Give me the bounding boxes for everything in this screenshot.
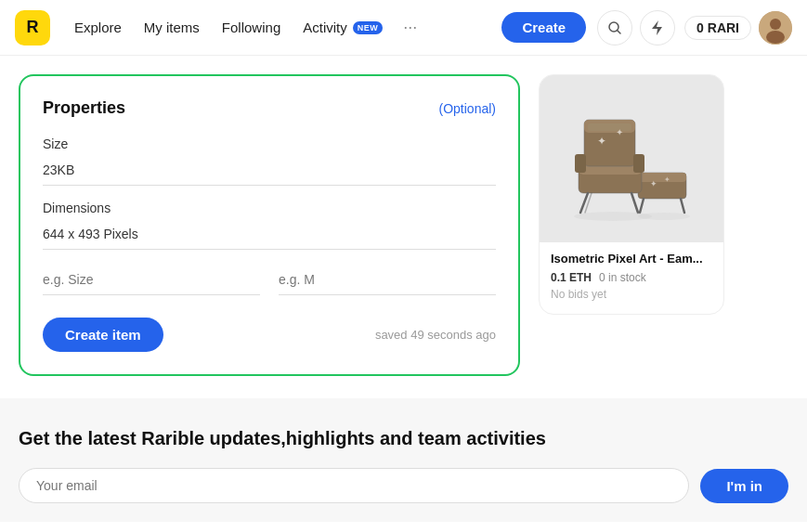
email-row: I'm in (19, 468, 788, 503)
chair-illustration: ✦ ✦ ✦ ✦ (562, 94, 701, 224)
subscribe-button[interactable]: I'm in (700, 469, 788, 503)
svg-rect-6 (638, 173, 686, 182)
dimensions-field: Dimensions 644 x 493 Pixels (43, 201, 496, 250)
svg-line-1 (618, 30, 621, 33)
create-item-button[interactable]: Create item (43, 318, 163, 352)
prop-value-col (279, 265, 496, 295)
email-input[interactable] (19, 468, 689, 503)
footer-section: Get the latest Rarible updates,highlight… (0, 398, 807, 522)
search-icon (607, 20, 622, 35)
svg-rect-18 (633, 154, 644, 173)
search-button[interactable] (597, 10, 632, 45)
nav-following[interactable]: Following (213, 14, 290, 41)
nft-meta: 0.1 ETH 0 in stock (551, 271, 712, 284)
svg-text:✦: ✦ (616, 127, 623, 137)
svg-rect-17 (575, 154, 586, 173)
create-button[interactable]: Create (501, 12, 586, 43)
size-value: 23KB (43, 155, 496, 186)
properties-card: Properties (Optional) Size 23KB Dimensio… (19, 74, 520, 376)
rari-wallet[interactable]: 0 RARI (684, 16, 751, 40)
svg-rect-13 (588, 123, 631, 131)
activity-badge: NEW (353, 21, 384, 34)
optional-label: (Optional) (439, 101, 496, 116)
svg-text:✦: ✦ (650, 179, 657, 188)
nft-card[interactable]: ✦ ✦ ✦ ✦ Isometric Pixel Art - Eam... 0.1… (539, 74, 724, 315)
prop-name-input[interactable] (43, 265, 260, 295)
svg-text:✦: ✦ (664, 175, 670, 184)
svg-point-4 (766, 31, 785, 44)
logo[interactable]: R (15, 10, 50, 45)
svg-point-3 (770, 19, 781, 30)
card-header: Properties (Optional) (43, 98, 496, 118)
card-title: Properties (43, 98, 125, 118)
custom-properties-row (43, 265, 496, 295)
nft-info: Isometric Pixel Art - Eam... 0.1 ETH 0 i… (540, 242, 723, 314)
nft-eth-price: 0.1 ETH (551, 271, 592, 284)
bolt-button[interactable] (640, 10, 675, 45)
footer-title: Get the latest Rarible updates,highlight… (19, 428, 788, 449)
prop-value-input[interactable] (279, 265, 496, 295)
nft-bids: No bids yet (551, 288, 712, 301)
prop-name-col (43, 265, 260, 295)
size-field: Size 23KB (43, 136, 496, 186)
card-footer: Create item saved 49 seconds ago (43, 318, 496, 352)
dimensions-label: Dimensions (43, 201, 496, 215)
svg-line-15 (631, 193, 638, 213)
main-content: Properties (Optional) Size 23KB Dimensio… (0, 56, 807, 376)
svg-point-24 (638, 213, 690, 220)
nav-explore[interactable]: Explore (65, 14, 131, 41)
saved-status: saved 49 seconds ago (375, 328, 496, 342)
navbar: R Explore My items Following Activity NE… (0, 0, 807, 56)
nft-title: Isometric Pixel Art - Eam... (551, 252, 712, 266)
nav-my-items[interactable]: My items (135, 14, 209, 41)
nft-stock: 0 in stock (599, 271, 646, 284)
svg-line-8 (681, 199, 684, 213)
dimensions-value: 644 x 493 Pixels (43, 219, 496, 250)
nft-image: ✦ ✦ ✦ ✦ (540, 75, 723, 242)
size-label: Size (43, 136, 496, 151)
bolt-icon (651, 19, 664, 36)
nav-more[interactable]: ··· (396, 12, 424, 43)
svg-line-7 (640, 199, 644, 213)
avatar[interactable] (759, 11, 792, 45)
nav-activity[interactable]: Activity NEW (293, 14, 392, 41)
svg-text:✦: ✦ (597, 135, 606, 148)
